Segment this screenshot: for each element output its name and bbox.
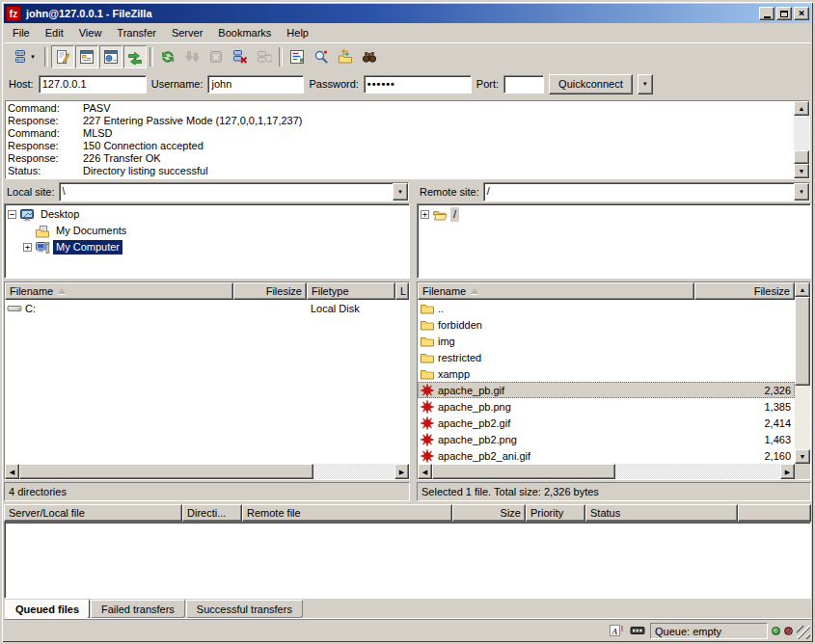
tree-expander[interactable]: − [8, 210, 16, 219]
filezilla-window: fz john@127.0.0.1 - FileZilla × FileEdit… [0, 0, 815, 644]
toolbar-button-toggle-message-log[interactable]: ▼ [51, 45, 74, 68]
queue-tab[interactable]: Queued files [5, 600, 90, 619]
toolbar-button-compare[interactable]: ▼ [358, 45, 381, 68]
file-row-apache_pb.png[interactable]: apache_pb.png 1,385 [418, 398, 795, 415]
combo-arrow-icon[interactable]: ▼ [393, 183, 408, 201]
column-header[interactable]: L [395, 282, 409, 300]
queue-view-icon [127, 49, 143, 65]
remote-vertical-scrollbar: ▲ ▼ [795, 282, 810, 479]
menu-item[interactable]: Transfer [109, 24, 164, 41]
queue-tab[interactable]: Failed transfers [91, 600, 185, 618]
combo-arrow-icon[interactable]: ▼ [794, 183, 809, 201]
column-header[interactable]: Status [585, 504, 738, 522]
menu-item[interactable]: Server [164, 24, 210, 41]
column-header[interactable]: Filename [418, 282, 694, 300]
scroll-right-button[interactable]: ▶ [394, 464, 409, 479]
scroll-track[interactable] [432, 464, 780, 479]
minimize-button[interactable] [759, 7, 774, 20]
column-header[interactable]: Server/Local file [4, 504, 182, 522]
host-input[interactable] [39, 75, 147, 94]
file-row-apache_pb2.png[interactable]: apache_pb2.png 1,463 [418, 431, 795, 447]
column-header[interactable]: Directi... [182, 504, 242, 522]
column-header[interactable]: Filesize [694, 282, 795, 300]
tree-item[interactable]: + / [418, 206, 810, 223]
remote-site-combobox[interactable]: / ▼ [483, 182, 810, 201]
data-type-ascii-icon[interactable]: A [608, 623, 625, 638]
tree-item[interactable]: − Desktop [5, 206, 409, 223]
column-header[interactable]: Priority [526, 504, 585, 522]
scroll-right-button[interactable]: ▶ [780, 464, 795, 479]
tree-item[interactable]: + My Computer [5, 239, 409, 255]
maximize-button[interactable] [776, 7, 792, 20]
file-row-apache_pb2.gif[interactable]: apache_pb2.gif 2,414 [418, 415, 795, 431]
apache-icon [420, 399, 435, 415]
maximize-icon [780, 11, 788, 17]
toolbar-button-search[interactable]: ▼ [310, 45, 333, 68]
scroll-thumb[interactable] [794, 150, 809, 164]
disconnect-icon [232, 49, 248, 65]
menu-item[interactable]: Help [279, 24, 316, 41]
local-site-combobox[interactable]: \ ▼ [59, 182, 409, 201]
menu-item[interactable]: Edit [38, 24, 71, 41]
toolbar-button-process-queue[interactable]: ▼ [180, 45, 204, 68]
remote-site-row: Remote site: / ▼ [417, 181, 811, 202]
toolbar-button-filter[interactable]: ▼ [285, 45, 309, 68]
close-button[interactable]: × [794, 7, 809, 20]
column-header[interactable]: Remote file [242, 504, 452, 522]
file-row-..[interactable]: .. [418, 300, 795, 316]
toolbar-button-toggle-queue[interactable]: ▼ [123, 45, 147, 68]
scroll-track[interactable] [794, 116, 809, 164]
scroll-thumb[interactable] [432, 464, 615, 479]
scroll-down-button[interactable]: ▼ [795, 449, 810, 464]
toolbar-button-cancel[interactable]: ▼ [204, 45, 228, 68]
scroll-left-button[interactable]: ◀ [5, 464, 19, 479]
resize-grip[interactable] [797, 626, 810, 639]
pane-splitter[interactable] [410, 181, 417, 501]
quickconnect-dropdown-button[interactable]: ▼ [638, 74, 653, 94]
column-header[interactable]: Filetype [307, 282, 395, 300]
speed-limit-icon[interactable] [629, 623, 646, 638]
menu-item[interactable]: Bookmarks [210, 24, 279, 41]
toolbar-button-sync-browse[interactable]: ▼ [334, 45, 357, 68]
file-row-restricted[interactable]: restricted [418, 349, 795, 365]
scroll-down-button[interactable]: ▼ [794, 164, 809, 178]
toolbar-button-site-manager[interactable]: ▼ [7, 45, 41, 68]
file-row-img[interactable]: img [418, 333, 795, 349]
file-row-xampp[interactable]: xampp [418, 365, 795, 382]
toolbar-button-reconnect[interactable]: ▼ [253, 45, 276, 68]
toolbar-button-refresh[interactable]: ▼ [156, 45, 179, 68]
title-bar[interactable]: fz john@127.0.0.1 - FileZilla × [4, 4, 811, 23]
file-row-apache_pb.gif[interactable]: apache_pb.gif 2,326 [418, 382, 795, 398]
column-header[interactable]: Size [452, 504, 526, 522]
queue-tab[interactable]: Successful transfers [186, 600, 303, 618]
port-input[interactable] [503, 75, 544, 94]
scroll-thumb[interactable] [795, 297, 810, 386]
file-row-apache_pb2_ani.gif[interactable]: apache_pb2_ani.gif 2,160 [418, 447, 795, 464]
activity-led-green-icon [772, 627, 780, 635]
column-header[interactable]: Filesize [233, 282, 307, 300]
tree-expander[interactable]: + [421, 210, 429, 219]
scroll-thumb[interactable] [19, 464, 313, 479]
file-row-C:[interactable]: C: Local Disk [5, 300, 409, 316]
scroll-track[interactable] [19, 464, 394, 479]
toolbar-separator: ▼ [277, 46, 285, 67]
tree-expander[interactable]: + [23, 243, 32, 252]
scroll-up-button[interactable]: ▲ [794, 101, 809, 116]
username-input[interactable] [207, 75, 304, 94]
column-header[interactable]: Filename [5, 282, 233, 300]
column-header[interactable] [738, 504, 811, 522]
tree-item[interactable]: My Documents [5, 223, 409, 239]
quickconnect-button[interactable]: Quickconnect [549, 74, 633, 94]
password-input[interactable] [364, 75, 472, 94]
apache-icon [420, 383, 435, 398]
toolbar-button-disconnect[interactable]: ▼ [229, 45, 252, 68]
scroll-track[interactable] [795, 297, 810, 449]
toolbar-button-toggle-remote-tree[interactable]: ▼ [99, 45, 122, 68]
remote-list-main: Filename Filesize .. [418, 282, 795, 479]
menu-item[interactable]: View [71, 24, 110, 41]
file-row-forbidden[interactable]: forbidden [418, 316, 795, 333]
scroll-up-button[interactable]: ▲ [795, 282, 810, 297]
scroll-left-button[interactable]: ◀ [418, 464, 432, 479]
toolbar-button-toggle-local-tree[interactable]: ▼ [75, 45, 98, 68]
menu-item[interactable]: File [5, 24, 38, 41]
